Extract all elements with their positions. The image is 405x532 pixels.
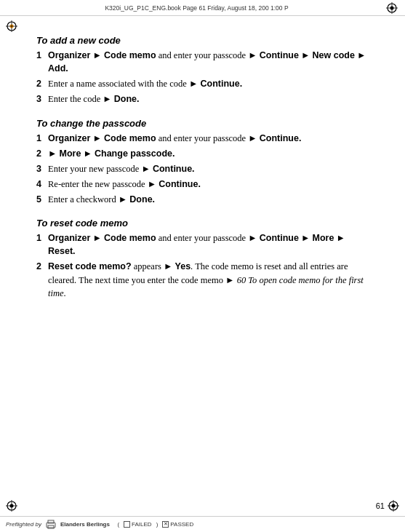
page-number: 61 — [376, 501, 385, 510]
step-num: 1 — [36, 132, 44, 145]
step-num: 3 — [36, 92, 44, 106]
bottom-bar: Preflighted by Elanders Berlings ( FAILE… — [0, 516, 405, 532]
step-num: 2 — [36, 260, 44, 299]
step-add-3: 3 Enter the code ► Done. — [36, 92, 369, 106]
section-add-new-code: To add a new code 1 Organizer ► Code mem… — [36, 35, 369, 106]
section-change-passcode: To change the passcode 1 Organizer ► Cod… — [36, 118, 369, 207]
failed-label: FAILED — [132, 521, 152, 528]
passed-checkbox: PASSED — [162, 521, 193, 528]
step-num: 2 — [36, 77, 44, 90]
step-content: Enter the code ► Done. — [48, 92, 140, 106]
section-title-add: To add a new code — [36, 35, 369, 46]
steps-change: 1 Organizer ► Code memo and enter your p… — [36, 132, 369, 207]
steps-reset: 1 Organizer ► Code memo and enter your p… — [36, 231, 369, 300]
step-change-4: 4 Re-enter the new passcode ► Continue. — [36, 178, 369, 191]
page-container: K320i_UG_P1C_ENG.book Page 61 Friday, Au… — [0, 0, 405, 532]
top-bar: K320i_UG_P1C_ENG.book Page 61 Friday, Au… — [0, 0, 405, 16]
step-content: Enter a checkword ► Done. — [48, 193, 155, 206]
section-title-reset: To reset code memo — [36, 218, 369, 229]
step-content: Re-enter the new passcode ► Continue. — [48, 178, 201, 191]
reg-mark-bottom-left — [6, 500, 17, 512]
passed-label: PASSED — [170, 521, 193, 528]
passed-cb-box — [162, 521, 169, 528]
step-content: Enter your new passcode ► Continue. — [48, 162, 195, 175]
section-reset-code-memo: To reset code memo 1 Organizer ► Code me… — [36, 218, 369, 300]
reg-mark-bottom-right — [388, 500, 399, 512]
step-num: 1 — [36, 231, 44, 258]
step-change-2: 2 ► More ► Change passcode. — [36, 147, 369, 160]
step-content: Organizer ► Code memo and enter your pas… — [48, 49, 369, 75]
reg-mark-top-left — [6, 20, 17, 32]
step-num: 4 — [36, 178, 44, 191]
step-content: Organizer ► Code memo and enter your pas… — [48, 231, 369, 258]
step-content: ► More ► Change passcode. — [48, 147, 175, 160]
separator2: ) — [156, 521, 159, 528]
step-change-3: 3 Enter your new passcode ► Continue. — [36, 162, 369, 175]
printer-icon — [46, 520, 56, 530]
failed-checkbox: FAILED — [124, 521, 152, 528]
step-add-2: 2 Enter a name associated with the code … — [36, 77, 369, 90]
step-content: Enter a name associated with the code ► … — [48, 77, 242, 90]
step-num: 5 — [36, 193, 44, 206]
section-title-change: To change the passcode — [36, 118, 369, 129]
step-content: Organizer ► Code memo and enter your pas… — [48, 132, 301, 145]
step-change-1: 1 Organizer ► Code memo and enter your p… — [36, 132, 369, 145]
step-reset-1: 1 Organizer ► Code memo and enter your p… — [36, 231, 369, 258]
step-change-5: 5 Enter a checkword ► Done. — [36, 193, 369, 206]
reg-mark-top-right — [386, 2, 398, 14]
steps-add: 1 Organizer ► Code memo and enter your p… — [36, 49, 369, 106]
step-reset-2: 2 Reset code memo? appears ► Yes. The co… — [36, 260, 369, 299]
failed-cb-box — [124, 521, 130, 528]
step-num: 2 — [36, 147, 44, 160]
company-label: Elanders Berlings — [60, 521, 110, 528]
step-content: Reset code memo? appears ► Yes. The code… — [48, 260, 369, 299]
step-num: 3 — [36, 162, 44, 175]
step-num: 1 — [36, 49, 44, 75]
separator: ( — [114, 521, 119, 528]
main-content: To add a new code 1 Organizer ► Code mem… — [29, 22, 376, 496]
preflighted-label: Preflighted by — [6, 521, 41, 528]
top-bar-text: K320i_UG_P1C_ENG.book Page 61 Friday, Au… — [7, 4, 386, 12]
step-add-1: 1 Organizer ► Code memo and enter your p… — [36, 49, 369, 75]
